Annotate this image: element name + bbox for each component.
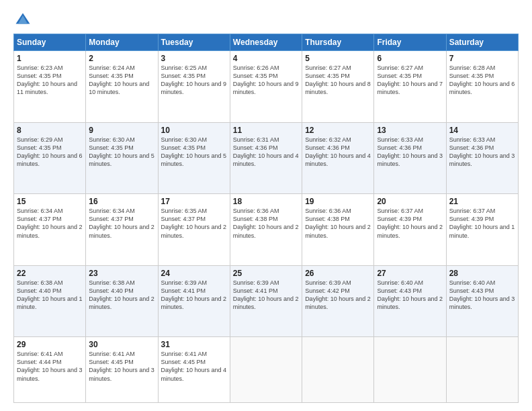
day-info: Sunrise: 6:34 AMSunset: 4:37 PMDaylight:… [17, 208, 83, 238]
day-info: Sunrise: 6:37 AMSunset: 4:39 PMDaylight:… [449, 208, 515, 238]
calendar-week-row: 1 Sunrise: 6:23 AMSunset: 4:35 PMDayligh… [14, 51, 519, 123]
day-number: 2 [89, 54, 154, 63]
day-info: Sunrise: 6:39 AMSunset: 4:42 PMDaylight:… [305, 279, 371, 310]
day-number: 18 [233, 197, 299, 206]
day-info: Sunrise: 6:32 AMSunset: 4:36 PMDaylight:… [305, 136, 371, 167]
day-number: 4 [233, 54, 299, 63]
day-number: 8 [17, 126, 83, 135]
day-info: Sunrise: 6:38 AMSunset: 4:40 PMDaylight:… [89, 279, 154, 310]
header [13, 11, 519, 30]
calendar-cell: 26 Sunrise: 6:39 AMSunset: 4:42 PMDaylig… [302, 265, 374, 337]
day-number: 16 [89, 197, 154, 206]
day-number: 14 [449, 126, 515, 135]
day-number: 26 [305, 269, 371, 278]
day-number: 27 [377, 269, 443, 278]
calendar-cell [302, 337, 374, 403]
day-number: 17 [161, 197, 227, 206]
day-info: Sunrise: 6:24 AMSunset: 4:35 PMDaylight:… [89, 64, 149, 95]
day-number: 6 [377, 54, 443, 63]
calendar-week-row: 29 Sunrise: 6:41 AMSunset: 4:44 PMDaylig… [14, 337, 519, 403]
day-info: Sunrise: 6:33 AMSunset: 4:36 PMDaylight:… [377, 136, 443, 167]
calendar-cell [446, 337, 518, 403]
calendar-day-header: Thursday [302, 34, 374, 51]
day-number: 9 [89, 126, 154, 135]
day-info: Sunrise: 6:35 AMSunset: 4:37 PMDaylight:… [161, 208, 227, 238]
calendar-cell: 24 Sunrise: 6:39 AMSunset: 4:41 PMDaylig… [158, 265, 230, 337]
logo [13, 11, 34, 30]
calendar-cell: 12 Sunrise: 6:32 AMSunset: 4:36 PMDaylig… [302, 122, 374, 194]
calendar-cell: 25 Sunrise: 6:39 AMSunset: 4:41 PMDaylig… [230, 265, 302, 337]
calendar-day-header: Monday [86, 34, 158, 51]
calendar-cell: 9 Sunrise: 6:30 AMSunset: 4:35 PMDayligh… [86, 122, 158, 194]
calendar-cell: 11 Sunrise: 6:31 AMSunset: 4:36 PMDaylig… [230, 122, 302, 194]
day-info: Sunrise: 6:33 AMSunset: 4:36 PMDaylight:… [449, 136, 515, 167]
calendar-header-row: SundayMondayTuesdayWednesdayThursdayFrid… [14, 34, 519, 51]
day-number: 13 [377, 126, 443, 135]
day-info: Sunrise: 6:26 AMSunset: 4:35 PMDaylight:… [233, 64, 299, 95]
day-info: Sunrise: 6:41 AMSunset: 4:44 PMDaylight:… [17, 351, 83, 381]
day-info: Sunrise: 6:23 AMSunset: 4:35 PMDaylight:… [17, 64, 77, 95]
day-number: 28 [449, 269, 515, 278]
calendar-cell: 16 Sunrise: 6:34 AMSunset: 4:37 PMDaylig… [86, 194, 158, 266]
day-number: 25 [233, 269, 299, 278]
day-info: Sunrise: 6:39 AMSunset: 4:41 PMDaylight:… [161, 279, 227, 310]
calendar-cell: 17 Sunrise: 6:35 AMSunset: 4:37 PMDaylig… [158, 194, 230, 266]
calendar-cell: 3 Sunrise: 6:25 AMSunset: 4:35 PMDayligh… [158, 51, 230, 123]
calendar-cell: 23 Sunrise: 6:38 AMSunset: 4:40 PMDaylig… [86, 265, 158, 337]
day-number: 1 [17, 54, 83, 63]
day-info: Sunrise: 6:29 AMSunset: 4:35 PMDaylight:… [17, 136, 83, 167]
day-number: 11 [233, 126, 299, 135]
calendar-day-header: Friday [374, 34, 446, 51]
calendar-week-row: 8 Sunrise: 6:29 AMSunset: 4:35 PMDayligh… [14, 122, 519, 194]
calendar-cell: 1 Sunrise: 6:23 AMSunset: 4:35 PMDayligh… [14, 51, 86, 123]
calendar-day-header: Sunday [14, 34, 86, 51]
calendar-cell: 15 Sunrise: 6:34 AMSunset: 4:37 PMDaylig… [14, 194, 86, 266]
day-info: Sunrise: 6:27 AMSunset: 4:35 PMDaylight:… [305, 64, 371, 95]
calendar-cell [230, 337, 302, 403]
calendar-day-header: Wednesday [230, 34, 302, 51]
day-info: Sunrise: 6:30 AMSunset: 4:35 PMDaylight:… [161, 136, 227, 167]
day-info: Sunrise: 6:38 AMSunset: 4:40 PMDaylight:… [17, 279, 83, 310]
day-number: 7 [449, 54, 515, 63]
day-number: 22 [17, 269, 83, 278]
calendar-table: SundayMondayTuesdayWednesdayThursdayFrid… [13, 34, 519, 403]
day-info: Sunrise: 6:27 AMSunset: 4:35 PMDaylight:… [377, 64, 443, 95]
calendar-cell: 30 Sunrise: 6:41 AMSunset: 4:45 PMDaylig… [86, 337, 158, 403]
day-number: 3 [161, 54, 227, 63]
calendar-cell [374, 337, 446, 403]
calendar-cell: 18 Sunrise: 6:36 AMSunset: 4:38 PMDaylig… [230, 194, 302, 266]
calendar-cell: 7 Sunrise: 6:28 AMSunset: 4:35 PMDayligh… [446, 51, 518, 123]
day-info: Sunrise: 6:30 AMSunset: 4:35 PMDaylight:… [89, 136, 154, 167]
calendar-day-header: Tuesday [158, 34, 230, 51]
day-info: Sunrise: 6:36 AMSunset: 4:38 PMDaylight:… [233, 208, 299, 238]
day-info: Sunrise: 6:41 AMSunset: 4:45 PMDaylight:… [161, 351, 227, 381]
page: SundayMondayTuesdayWednesdayThursdayFrid… [0, 0, 532, 411]
day-info: Sunrise: 6:28 AMSunset: 4:35 PMDaylight:… [449, 64, 515, 95]
day-number: 31 [161, 340, 227, 349]
calendar-cell: 5 Sunrise: 6:27 AMSunset: 4:35 PMDayligh… [302, 51, 374, 123]
day-number: 29 [17, 340, 83, 349]
day-number: 23 [89, 269, 154, 278]
day-number: 12 [305, 126, 371, 135]
calendar-week-row: 22 Sunrise: 6:38 AMSunset: 4:40 PMDaylig… [14, 265, 519, 337]
day-info: Sunrise: 6:31 AMSunset: 4:36 PMDaylight:… [233, 136, 299, 167]
calendar-week-row: 15 Sunrise: 6:34 AMSunset: 4:37 PMDaylig… [14, 194, 519, 266]
day-info: Sunrise: 6:40 AMSunset: 4:43 PMDaylight:… [449, 279, 515, 310]
day-number: 30 [89, 340, 154, 349]
day-number: 15 [17, 197, 83, 206]
calendar-cell: 14 Sunrise: 6:33 AMSunset: 4:36 PMDaylig… [446, 122, 518, 194]
day-info: Sunrise: 6:37 AMSunset: 4:39 PMDaylight:… [377, 208, 443, 238]
day-number: 20 [377, 197, 443, 206]
day-info: Sunrise: 6:41 AMSunset: 4:45 PMDaylight:… [89, 351, 154, 381]
calendar-cell: 6 Sunrise: 6:27 AMSunset: 4:35 PMDayligh… [374, 51, 446, 123]
calendar-cell: 22 Sunrise: 6:38 AMSunset: 4:40 PMDaylig… [14, 265, 86, 337]
calendar-cell: 31 Sunrise: 6:41 AMSunset: 4:45 PMDaylig… [158, 337, 230, 403]
calendar-day-header: Saturday [446, 34, 518, 51]
calendar-cell: 13 Sunrise: 6:33 AMSunset: 4:36 PMDaylig… [374, 122, 446, 194]
calendar-cell: 2 Sunrise: 6:24 AMSunset: 4:35 PMDayligh… [86, 51, 158, 123]
day-number: 19 [305, 197, 371, 206]
day-info: Sunrise: 6:36 AMSunset: 4:38 PMDaylight:… [305, 208, 371, 238]
calendar-cell: 19 Sunrise: 6:36 AMSunset: 4:38 PMDaylig… [302, 194, 374, 266]
calendar-cell: 27 Sunrise: 6:40 AMSunset: 4:43 PMDaylig… [374, 265, 446, 337]
calendar-cell: 10 Sunrise: 6:30 AMSunset: 4:35 PMDaylig… [158, 122, 230, 194]
